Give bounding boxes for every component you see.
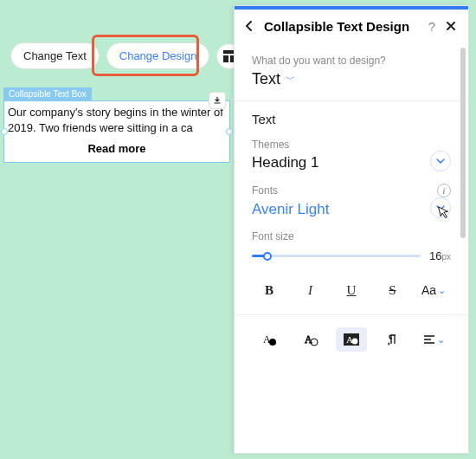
text-highlight-button[interactable]: A [336,327,367,352]
change-text-button[interactable]: Change Text [10,42,100,69]
chevron-down-icon: ﹀ [286,73,295,86]
design-target-value: Text [252,70,280,88]
text-style-row: B I U S Aa⌄ [252,278,451,302]
design-target-select[interactable]: Text ﹀ [252,70,451,88]
text-direction-button[interactable] [377,327,408,352]
back-icon[interactable] [241,18,257,34]
close-icon[interactable] [444,19,458,33]
italic-button[interactable]: I [295,278,326,302]
themes-label: Themes [252,139,451,151]
svg-point-1 [269,339,276,346]
text-effects-row: A A A ⌄ [252,327,451,352]
underline-button[interactable]: U [336,278,367,302]
fonts-value: Avenir Light [252,201,329,218]
panel-title: Collapsible Text Design [264,19,420,34]
fonts-dropdown[interactable] [430,197,451,218]
design-panel: Collapsible Text Design ? What do you wa… [234,5,469,454]
design-target-label: What do you want to design? [252,55,451,67]
divider [235,314,468,315]
fontsize-section: Font size 16px [252,230,451,262]
fontsize-slider[interactable] [252,250,421,262]
fontsize-label: Font size [252,230,451,242]
widget-body-text: Our company's story begins in the winter… [8,105,226,135]
info-icon[interactable]: i [437,184,451,197]
change-design-button[interactable]: Change Design [106,42,210,69]
bold-button[interactable]: B [254,278,285,302]
download-icon[interactable] [209,92,226,109]
widget-type-tag: Collapsible Text Box [3,87,92,100]
panel-body: What do you want to design? Text ﹀ Text … [235,42,468,453]
themes-value: Heading 1 [252,154,319,171]
fonts-section: Fonts i Avenir Light [252,184,451,218]
action-pills: Change Text Change Design [10,42,242,69]
collapsible-text-widget[interactable]: Collapsible Text Box Our company's story… [3,87,230,163]
help-icon[interactable]: ? [427,19,437,34]
align-button[interactable]: ⌄ [418,327,449,352]
fontsize-value: 16px [429,249,451,262]
read-more-link[interactable]: Read more [8,142,226,155]
strikethrough-button[interactable]: S [377,278,408,302]
svg-text:A: A [346,334,353,345]
fonts-label: Fonts [252,184,278,197]
editor-canvas: Change Text Change Design Collapsible Te… [0,0,476,459]
themes-section: Themes Heading 1 [252,139,451,171]
svg-point-6 [352,339,358,345]
text-section-heading: Text [252,112,451,126]
case-button[interactable]: Aa⌄ [418,278,449,302]
design-target-section: What do you want to design? Text ﹀ [252,55,451,88]
text-outline-button[interactable]: A [295,327,326,352]
text-color-button[interactable]: A [254,327,285,352]
divider [235,100,468,101]
panel-scrollbar[interactable] [460,48,466,238]
widget-selection-box[interactable]: Our company's story begins in the winter… [3,100,230,163]
cursor-icon [434,205,452,223]
themes-dropdown[interactable] [430,151,451,171]
panel-header: Collapsible Text Design ? [235,10,468,42]
